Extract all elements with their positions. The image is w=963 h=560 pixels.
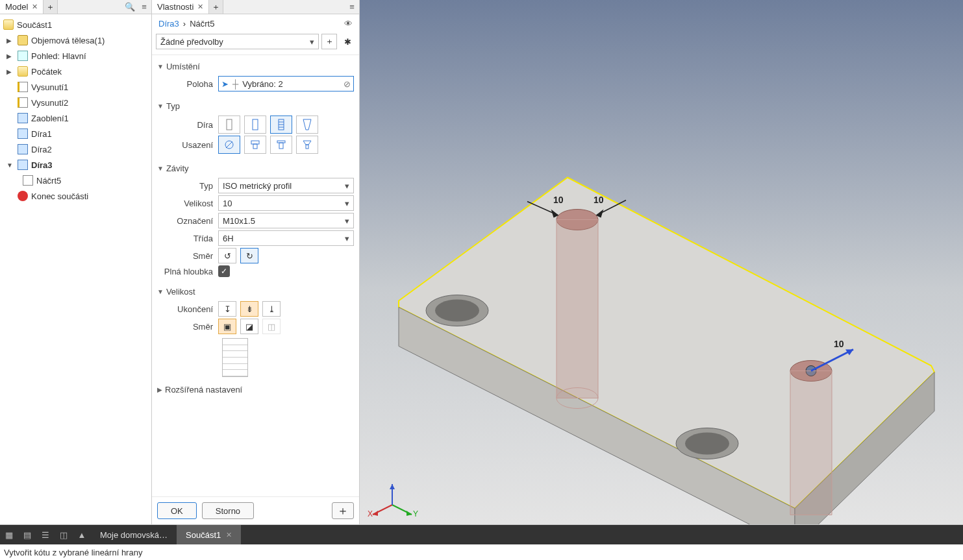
tree-label: Vysunutí1: [31, 82, 68, 92]
seat-none[interactable]: [218, 136, 240, 154]
close-icon[interactable]: ✕: [197, 3, 203, 11]
thread-desig-combo[interactable]: M10x1.5 ▾: [218, 213, 354, 228]
direction-default[interactable]: ▣: [218, 319, 236, 334]
cursor-icon: ➤: [221, 79, 229, 89]
origin-triad: X Y: [366, 479, 418, 518]
tree-node-fillet[interactable]: Zaoblení1: [0, 110, 151, 126]
tab-document[interactable]: Součást1 ✕: [177, 525, 241, 544]
label-thread-desig: Označení: [157, 216, 218, 226]
tree-node-hole2[interactable]: Díra2: [0, 141, 151, 157]
add-tab-button[interactable]: ＋: [209, 0, 223, 14]
label-thread-class: Třída: [157, 234, 218, 243]
chevron-down-icon: ▾: [345, 234, 349, 243]
chevron-down-icon: ▾: [345, 199, 349, 208]
chevron-right-icon[interactable]: ▶: [6, 53, 14, 60]
panel-menu-icon[interactable]: ≡: [137, 0, 151, 14]
tree-node-hole1[interactable]: Díra1: [0, 126, 151, 141]
search-icon[interactable]: 🔍: [123, 0, 137, 14]
svg-rect-0: [227, 119, 232, 130]
section-title: Závity: [166, 164, 189, 173]
viewport-3d[interactable]: 10 10 10 X Y: [360, 0, 963, 524]
thread-class-combo[interactable]: 6H ▾: [218, 230, 354, 246]
hole-type-taper[interactable]: [296, 116, 318, 134]
termination-through-all[interactable]: ⇟: [240, 301, 258, 317]
preset-combo[interactable]: Žádné předvolby ▾: [156, 34, 319, 49]
svg-marker-13: [303, 141, 311, 145]
panel-menu-icon[interactable]: ≡: [345, 0, 359, 14]
thread-size-combo[interactable]: 10 ▾: [218, 195, 354, 211]
chevron-down-icon[interactable]: ▼: [6, 162, 14, 169]
ok-button[interactable]: OK: [157, 502, 197, 519]
hole-type-simple[interactable]: [218, 116, 240, 134]
apply-and-repeat-button[interactable]: ＋: [332, 502, 354, 519]
fillet-icon: [18, 113, 28, 123]
dimension-label[interactable]: 10: [553, 195, 564, 205]
section-advanced[interactable]: ▶ Rozšířená nastavení: [157, 382, 354, 397]
tree-node-sketch5[interactable]: Náčrt5: [0, 173, 151, 188]
hole-type-clearance[interactable]: [244, 116, 266, 134]
dimension-label[interactable]: 10: [834, 339, 844, 349]
tree-root[interactable]: Součást1: [0, 17, 151, 32]
add-tab-button[interactable]: ＋: [44, 0, 58, 14]
section-type[interactable]: ▼ Typ: [157, 99, 354, 114]
seat-countersink[interactable]: [296, 136, 318, 154]
extrude-icon: [18, 82, 28, 92]
section-placement[interactable]: ▼ Umístění: [157, 59, 354, 74]
seat-counterbore[interactable]: [244, 136, 266, 154]
tree-node-origin[interactable]: ▶ Počátek: [0, 64, 151, 79]
tree-label: Zaoblení1: [31, 114, 69, 123]
dimension-label[interactable]: 10: [594, 195, 604, 205]
tree-node-ext2[interactable]: Vysunutí2: [0, 95, 151, 110]
clear-icon[interactable]: ⊘: [344, 79, 351, 89]
position-selector[interactable]: ➤ ┼ Vybráno: 2 ⊘: [218, 76, 354, 91]
end-of-part-icon: [18, 191, 28, 201]
dialog-actions: OK Storno ＋: [152, 496, 359, 524]
axis-x-label: X: [368, 509, 373, 518]
section-size[interactable]: ▼ Velikost: [157, 284, 354, 299]
status-bar: Vytvořit kótu z vybrané lineární hrany: [0, 544, 963, 560]
cancel-button[interactable]: Storno: [202, 502, 254, 519]
view-mode-icon[interactable]: ▤: [18, 525, 36, 544]
settings-button[interactable]: ✱: [340, 34, 355, 49]
svg-point-19: [435, 300, 479, 322]
section-threads[interactable]: ▼ Závity: [157, 161, 354, 176]
close-icon[interactable]: ✕: [226, 531, 232, 539]
close-icon[interactable]: ✕: [32, 3, 38, 11]
full-depth-checkbox[interactable]: ✓: [218, 265, 230, 277]
seat-spotface[interactable]: [270, 136, 292, 154]
breadcrumb-link[interactable]: Díra3: [158, 19, 179, 29]
termination-to[interactable]: ⤓: [262, 301, 281, 317]
view-mode-icon[interactable]: ◫: [55, 525, 73, 544]
tab-home-label: Moje domovská…: [100, 530, 168, 540]
view-mode-icon[interactable]: ☰: [36, 525, 55, 544]
svg-marker-37: [406, 511, 412, 516]
chevron-down-icon: ▼: [157, 63, 164, 70]
chevron-down-icon: ▾: [345, 216, 349, 226]
direction-flip[interactable]: ◪: [240, 319, 258, 334]
hole-type-tapped[interactable]: [270, 116, 292, 134]
tab-properties[interactable]: Vlastnosti ✕: [152, 0, 209, 14]
view-mode-icon[interactable]: ▦: [0, 525, 18, 544]
tab-model[interactable]: Model ✕: [0, 0, 44, 14]
visibility-icon[interactable]: 👁: [344, 19, 353, 29]
add-preset-button[interactable]: ＋: [321, 34, 337, 49]
viewport-canvas[interactable]: [360, 0, 963, 524]
termination-distance[interactable]: ↧: [218, 301, 236, 317]
chevron-right-icon: ▶: [157, 386, 162, 393]
thread-dir-left[interactable]: ↺: [218, 248, 236, 263]
chevron-right-icon[interactable]: ▶: [6, 68, 14, 75]
tree-node-solids[interactable]: ▶ Objemová tělesa(1): [0, 32, 151, 48]
chevron-down-icon: ▼: [157, 288, 164, 295]
preset-value: Žádné předvolby: [160, 37, 223, 47]
chevron-up-icon[interactable]: ▲: [73, 525, 91, 544]
tree-node-ext1[interactable]: Vysunutí1: [0, 79, 151, 95]
thread-dir-right[interactable]: ↻: [240, 248, 258, 263]
tree-node-view[interactable]: ▶ Pohled: Hlavní: [0, 48, 151, 64]
tab-model-label: Model: [5, 2, 28, 12]
tree-label: Díra3: [31, 160, 53, 170]
chevron-right-icon[interactable]: ▶: [6, 37, 14, 44]
tree-node-end[interactable]: Konec součásti: [0, 188, 151, 204]
thread-type-combo[interactable]: ISO metrický profil ▾: [218, 178, 354, 193]
tree-node-hole3[interactable]: ▼ Díra3: [0, 157, 151, 173]
tab-home[interactable]: Moje domovská…: [91, 525, 177, 544]
